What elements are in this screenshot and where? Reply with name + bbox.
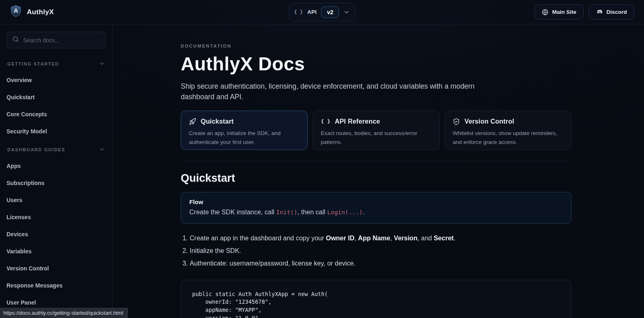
shield-logo-icon: A [10, 5, 22, 20]
code-line: appName: "MYAPP", [192, 306, 560, 314]
sidebar-item-response-messages[interactable]: Response Messages [7, 282, 63, 289]
main-site-button[interactable]: Main Site [534, 4, 583, 20]
callout-body: Create the SDK instance, call Init(), th… [189, 209, 563, 216]
list-item: User Panel [7, 299, 106, 306]
link-preview-statusbar: https://docs.authly.cc/getting-started/q… [0, 308, 128, 318]
braces-icon: { } [294, 9, 303, 15]
list-item: Devices [7, 231, 106, 238]
top-header: A AuthlyX { } API v2 Main Site Discord [0, 0, 644, 24]
card-body: Create an app, initialize the SDK, and a… [189, 129, 300, 147]
callout-title: Flow [189, 198, 563, 205]
section-divider [181, 161, 572, 161]
list-item: Version Control [7, 265, 106, 272]
sidebar-item-version-control[interactable]: Version Control [7, 265, 49, 272]
search-input[interactable] [23, 37, 100, 44]
sdk-init-code-block[interactable]: public static Auth AuthlyXApp = new Auth… [181, 280, 572, 318]
list-item: Response Messages [7, 282, 106, 289]
sidebar-item-users[interactable]: Users [7, 197, 22, 203]
list-item: Subscriptions [7, 179, 106, 187]
section-title: GETTING STARTED [7, 61, 59, 66]
sidebar-item-overview[interactable]: Overview [7, 77, 32, 83]
getting-started-list: Overview Quickstart Core Concepts Securi… [7, 76, 106, 135]
sidebar-item-variables[interactable]: Variables [7, 248, 32, 255]
list-item: Licenses [7, 213, 106, 221]
section-getting-started-header[interactable]: GETTING STARTED [7, 61, 105, 67]
brand-name: AuthlyX [27, 8, 54, 16]
card-version-control[interactable]: Version Control Whitelist versions, show… [445, 111, 572, 150]
discord-button[interactable]: Discord [589, 4, 634, 20]
rocket-icon [189, 118, 196, 125]
search-box[interactable] [7, 32, 106, 48]
chevron-down-icon [99, 146, 105, 152]
list-item: Overview [7, 76, 106, 84]
card-title: Version Control [464, 118, 514, 125]
flow-callout: Flow Create the SDK instance, call Init(… [181, 192, 572, 224]
card-title: API Reference [335, 118, 380, 125]
chevron-down-icon[interactable] [344, 9, 350, 15]
list-item: Variables [7, 248, 106, 255]
sidebar-item-subscriptions[interactable]: Subscriptions [7, 180, 44, 186]
sidebar-item-security-model[interactable]: Security Model [7, 128, 47, 135]
dashboard-guides-list: Apps Subscriptions Users Licenses Device… [7, 162, 106, 306]
sidebar-item-apps[interactable]: Apps [7, 163, 21, 169]
card-title: Quickstart [201, 118, 234, 125]
section-title: DASHBOARD GUIDES [7, 147, 65, 152]
init-code: Init() [276, 209, 297, 216]
docs-content: DOCUMENTATION AuthlyX Docs Ship secure a… [181, 44, 572, 318]
discord-icon [596, 9, 603, 15]
page-subtitle: Ship secure authentication, licensing, d… [181, 81, 482, 102]
list-item: Security Model [7, 128, 106, 135]
main-area: DOCUMENTATION AuthlyX Docs Ship secure a… [113, 24, 644, 318]
quickstart-heading: Quickstart [181, 172, 572, 185]
header-actions: Main Site Discord [534, 4, 634, 20]
section-dashboard-guides-header[interactable]: DASHBOARD GUIDES [7, 146, 105, 152]
code-line: public static Auth AuthlyXApp = new Auth… [192, 290, 560, 298]
sidebar-item-devices[interactable]: Devices [7, 231, 28, 237]
shield-check-icon [453, 118, 460, 125]
step-3: Authenticate: username/password, license… [190, 259, 572, 268]
step-1: Create an app in the dashboard and copy … [190, 233, 572, 243]
list-item: Users [7, 196, 106, 204]
sidebar-item-licenses[interactable]: Licenses [7, 214, 31, 220]
globe-icon [542, 9, 548, 15]
svg-text:A: A [14, 7, 18, 14]
brand[interactable]: A AuthlyX [10, 5, 54, 20]
eyebrow-label: DOCUMENTATION [181, 44, 572, 48]
chevron-down-icon [99, 61, 105, 67]
card-body: Exact routes, bodies, and success/error … [321, 129, 432, 147]
list-item: Apps [7, 162, 106, 170]
feature-cards: Quickstart Create an app, initialize the… [181, 111, 572, 150]
api-version-button[interactable]: v2 [321, 7, 339, 18]
page-title: AuthlyX Docs [181, 53, 572, 75]
main-site-label: Main Site [552, 9, 576, 15]
sidebar-item-core-concepts[interactable]: Core Concepts [7, 111, 47, 118]
list-item: Core Concepts [7, 111, 106, 118]
list-item: Quickstart [7, 94, 106, 101]
sidebar-item-user-panel[interactable]: User Panel [7, 299, 36, 306]
braces-icon: { } [321, 118, 330, 124]
search-icon [12, 36, 19, 44]
code-line: version: "1.0.0", [192, 314, 560, 318]
api-label: API [307, 9, 317, 15]
card-api-reference[interactable]: { } API Reference Exact routes, bodies, … [313, 111, 440, 150]
card-body: Whitelist versions, show update reminder… [453, 129, 563, 147]
api-version-switcher[interactable]: { } API v2 [289, 3, 355, 22]
code-line: ownerId: "12345678", [192, 298, 560, 306]
quickstart-steps: Create an app in the dashboard and copy … [190, 233, 572, 268]
sidebar-item-quickstart[interactable]: Quickstart [7, 94, 35, 100]
card-quickstart[interactable]: Quickstart Create an app, initialize the… [181, 111, 308, 150]
docs-sidebar: GETTING STARTED Overview Quickstart Core… [0, 24, 113, 318]
discord-label: Discord [607, 9, 627, 15]
login-code: Login(...) [327, 209, 363, 216]
step-2: Initialize the SDK. [190, 246, 572, 256]
